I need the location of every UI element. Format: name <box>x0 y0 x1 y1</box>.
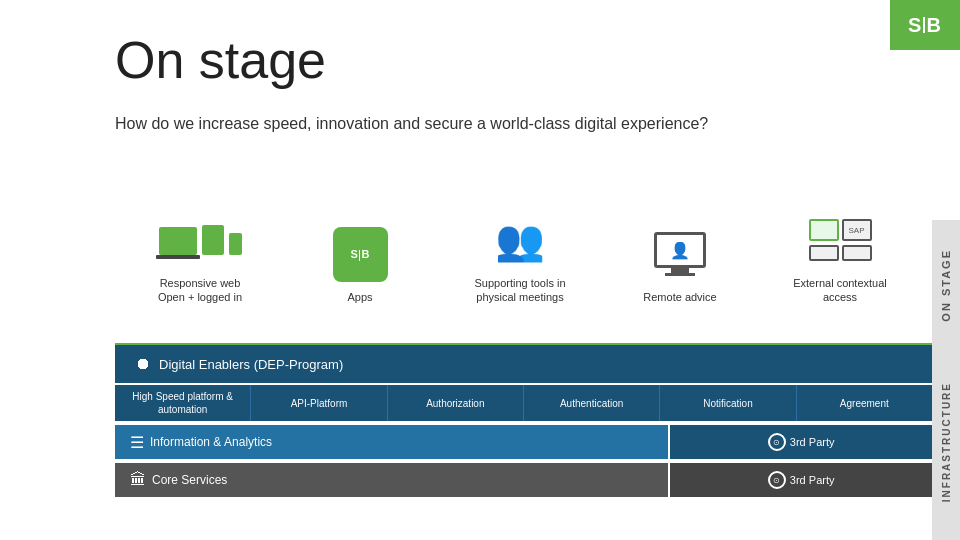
external-icon: SAP <box>800 210 880 270</box>
service-agreement: Agreement <box>797 385 932 421</box>
icon-item-apps: SB Apps <box>295 224 425 304</box>
ia-stack-icon: ☰ <box>130 433 144 452</box>
remote-person-icon: 👤 <box>670 241 690 260</box>
seb-logo-eb: B <box>926 14 941 37</box>
service-api-platform: API-Platform <box>251 385 387 421</box>
info-analytics-right: ⊙ 3rd Party <box>670 425 932 459</box>
infrastructure-text: INFRASTRUCTURE <box>941 382 952 502</box>
core-services-right: ⊙ 3rd Party <box>670 463 932 497</box>
core-services-left: 🏛 Core Services <box>115 463 668 497</box>
external-label: External contextualaccess <box>793 276 887 305</box>
tools-label: Supporting tools inphysical meetings <box>474 276 565 305</box>
services-row: High Speed platform & automation API-Pla… <box>115 385 932 421</box>
icon-item-responsive: Responsive webOpen + logged in <box>135 210 265 305</box>
service-authorization: Authorization <box>388 385 524 421</box>
seb-app-icon: SB <box>333 227 388 282</box>
page-subtitle: How do we increase speed, innovation and… <box>115 115 708 133</box>
icon-item-tools: 👥 Supporting tools inphysical meetings <box>455 210 585 305</box>
cs-bank-icon: 🏛 <box>130 471 146 489</box>
ia-party-label: 3rd Party <box>790 436 835 448</box>
apps-icon: SB <box>320 224 400 284</box>
seb-logo-bar <box>923 17 925 33</box>
icons-row: Responsive webOpen + logged in SB Apps 👥… <box>120 210 920 315</box>
tools-icon: 👥 <box>480 210 560 270</box>
ia-label: Information & Analytics <box>150 435 272 449</box>
core-services-row: 🏛 Core Services ⊙ 3rd Party <box>115 463 932 497</box>
page-title: On stage <box>115 30 326 90</box>
service-notification: Notification <box>660 385 796 421</box>
icon-item-remote: 👤 Remote advice <box>615 224 745 304</box>
laptop-icon <box>159 227 197 255</box>
external-top-row: SAP <box>809 219 872 241</box>
seb-logo-s: S <box>908 14 922 37</box>
responsive-label: Responsive webOpen + logged in <box>158 276 242 305</box>
info-analytics-row: ☰ Information & Analytics ⊙ 3rd Party <box>115 425 932 459</box>
cs-party-label: 3rd Party <box>790 474 835 486</box>
remote-icon-wrap: 👤 <box>640 224 720 284</box>
monitor-base <box>665 273 695 276</box>
tablet-icon <box>202 225 224 255</box>
screen-icon-3 <box>809 245 839 261</box>
infrastructure-section: ⏺ Digital Enablers (DEP-Program) High Sp… <box>115 345 932 540</box>
apps-label: Apps <box>347 290 372 304</box>
cs-party-icon: ⊙ <box>768 471 786 489</box>
service-high-speed: High Speed platform & automation <box>115 385 251 421</box>
seb-text: SB <box>351 248 370 261</box>
infrastructure-label: INFRASTRUCTURE <box>932 345 960 540</box>
de-icon: ⏺ <box>135 355 151 373</box>
icon-item-external: SAP External contextualaccess <box>775 210 905 305</box>
service-authentication: Authentication <box>524 385 660 421</box>
remote-label: Remote advice <box>643 290 716 304</box>
info-analytics-left: ☰ Information & Analytics <box>115 425 668 459</box>
ia-party-icon: ⊙ <box>768 433 786 451</box>
digital-enablers-bar: ⏺ Digital Enablers (DEP-Program) <box>115 345 932 383</box>
screen-icon-2: SAP <box>842 219 872 241</box>
screen-icon-1 <box>809 219 839 241</box>
seb-logo: S B <box>890 0 960 50</box>
screen-icon-4 <box>842 245 872 261</box>
cs-label: Core Services <box>152 473 227 487</box>
on-stage-label: ON STAGE <box>932 220 960 350</box>
on-stage-text: ON STAGE <box>940 249 952 322</box>
external-bottom-row <box>809 245 872 261</box>
external-icon-group: SAP <box>809 219 872 261</box>
device-icon <box>159 225 242 255</box>
people-icon: 👥 <box>495 217 545 264</box>
phone-icon <box>229 233 242 255</box>
responsive-icon <box>160 210 240 270</box>
monitor-icon: 👤 <box>654 232 706 268</box>
de-label: Digital Enablers (DEP-Program) <box>159 357 343 372</box>
